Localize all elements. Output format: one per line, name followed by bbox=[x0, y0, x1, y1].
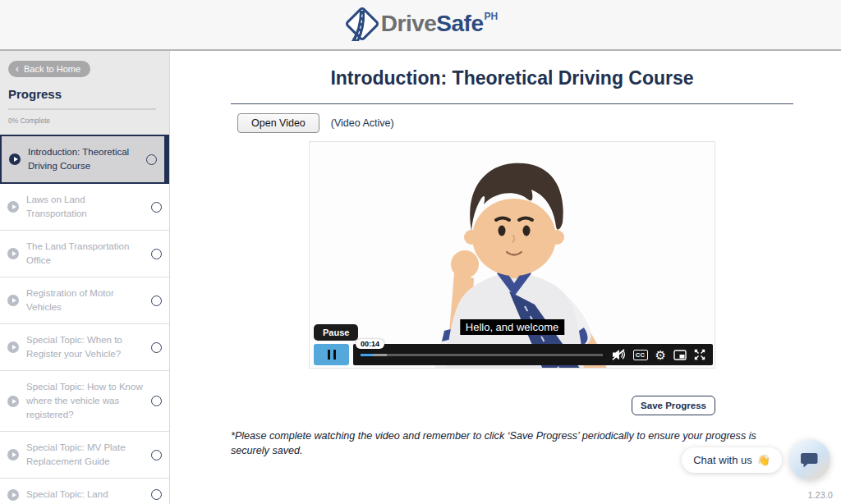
play-icon bbox=[7, 201, 19, 213]
drivesafe-logo: Drive Safe PH bbox=[343, 6, 498, 44]
mute-button[interactable] bbox=[611, 348, 626, 361]
title-divider bbox=[231, 103, 793, 104]
volume-muted-icon bbox=[611, 349, 626, 360]
brand-safe: Safe bbox=[436, 6, 483, 42]
progress-bar-track bbox=[8, 108, 156, 110]
play-icon bbox=[7, 489, 19, 501]
back-to-home-button[interactable]: ‹ Back to Home bbox=[8, 61, 90, 77]
play-icon bbox=[7, 396, 19, 407]
video-control-strip: CC ⚙ bbox=[353, 344, 713, 365]
brand-drive: Drive bbox=[381, 6, 437, 42]
chat-widget: Chat with us 👋 bbox=[682, 439, 830, 480]
sidebar-item-course[interactable]: Special Topic: MV Plate Replacement Guid… bbox=[0, 432, 169, 479]
app-version: 1.23.0 bbox=[807, 490, 833, 500]
course-item-label: Registration of Motor Vehicles bbox=[26, 286, 144, 314]
video-control-icons: CC ⚙ bbox=[611, 348, 705, 361]
completion-status-icon bbox=[146, 154, 157, 165]
sidebar-item-course[interactable]: Registration of Motor Vehicles bbox=[0, 277, 169, 324]
chat-with-us-button[interactable]: Chat with us 👋 bbox=[682, 447, 782, 473]
course-item-label: Introduction: Theoretical Driving Course bbox=[28, 145, 139, 173]
completion-status-icon bbox=[151, 342, 162, 353]
play-icon bbox=[7, 295, 19, 306]
sidebar-item-course[interactable]: The Land Transportation Office bbox=[0, 231, 169, 277]
video-active-status: (Video Active) bbox=[331, 117, 394, 129]
course-item-label: Laws on Land Transportation bbox=[26, 193, 144, 221]
picture-in-picture-icon bbox=[673, 350, 687, 360]
progress-title: Progress bbox=[8, 87, 161, 101]
page-title: Introduction: Theoretical Driving Course bbox=[231, 67, 793, 89]
play-icon bbox=[9, 153, 21, 165]
completion-status-icon bbox=[151, 450, 162, 460]
completion-status-icon bbox=[151, 296, 162, 306]
captions-button[interactable]: CC bbox=[633, 348, 648, 361]
video-progress-bar[interactable] bbox=[361, 354, 603, 356]
play-pause-button[interactable] bbox=[314, 344, 349, 365]
play-icon bbox=[7, 341, 19, 353]
open-video-button[interactable]: Open Video bbox=[237, 113, 319, 133]
course-item-label: Special Topic: MV Plate Replacement Guid… bbox=[26, 441, 144, 469]
gear-icon: ⚙ bbox=[655, 349, 666, 361]
video-caption: Hello, and welcome bbox=[460, 319, 564, 335]
video-progress-fill bbox=[361, 354, 373, 356]
sidebar-item-course[interactable]: Laws on Land Transportation bbox=[0, 184, 169, 231]
pause-tooltip: Pause bbox=[314, 324, 358, 341]
sidebar-header: ‹ Back to Home Progress 0% Complete bbox=[0, 51, 169, 135]
chat-bubble-icon bbox=[801, 451, 819, 468]
app-header: Drive Safe PH bbox=[0, 0, 841, 51]
save-progress-row: Save Progress bbox=[309, 396, 715, 415]
drivesafe-logo-icon bbox=[343, 6, 381, 44]
settings-button[interactable]: ⚙ bbox=[655, 348, 666, 361]
back-to-home-label: Back to Home bbox=[24, 64, 80, 74]
video-toolbar: Open Video (Video Active) bbox=[237, 113, 793, 133]
sidebar-item-course[interactable]: Introduction: Theoretical Driving Course bbox=[0, 135, 169, 184]
sidebar: ‹ Back to Home Progress 0% Complete Intr… bbox=[0, 51, 170, 504]
completion-status-icon bbox=[151, 202, 162, 213]
fullscreen-icon bbox=[694, 349, 705, 360]
sidebar-item-course[interactable]: Special Topic: How to Know where the veh… bbox=[0, 371, 169, 432]
completion-status-icon bbox=[151, 396, 162, 406]
brand-ph-superscript: PH bbox=[485, 11, 499, 22]
sidebar-item-course[interactable]: Special Topic: When to Register your Veh… bbox=[0, 324, 169, 371]
waving-hand-emoji: 👋 bbox=[757, 454, 770, 466]
chat-with-us-label: Chat with us bbox=[693, 454, 752, 466]
play-icon bbox=[7, 449, 19, 460]
picture-in-picture-button[interactable] bbox=[673, 348, 687, 361]
video-player[interactable]: Hello, and welcome Pause 00:14 bbox=[309, 141, 715, 369]
pause-icon bbox=[328, 350, 330, 360]
course-item-label: The Land Transportation Office bbox=[26, 240, 144, 268]
completion-status-icon bbox=[151, 489, 162, 500]
chat-launcher-button[interactable] bbox=[789, 439, 830, 480]
video-buffer-fill bbox=[373, 354, 388, 356]
chevron-left-icon: ‹ bbox=[16, 64, 19, 74]
current-time-tooltip: 00:14 bbox=[356, 339, 384, 349]
main-content: Introduction: Theoretical Driving Course… bbox=[170, 51, 841, 504]
course-item-label: Special Topic: Land bbox=[26, 488, 144, 502]
course-item-label: Special Topic: How to Know where the veh… bbox=[26, 380, 144, 422]
cc-icon: CC bbox=[633, 350, 648, 360]
course-item-label: Special Topic: When to Register your Veh… bbox=[26, 333, 144, 361]
save-progress-button[interactable]: Save Progress bbox=[632, 396, 715, 415]
sidebar-item-course[interactable]: Special Topic: Land bbox=[0, 479, 169, 504]
fullscreen-button[interactable] bbox=[694, 348, 705, 361]
play-icon bbox=[7, 248, 19, 259]
course-list: Introduction: Theoretical Driving Course… bbox=[0, 135, 169, 504]
completion-status-icon bbox=[151, 249, 162, 259]
progress-percentage: 0% Complete bbox=[8, 117, 161, 125]
